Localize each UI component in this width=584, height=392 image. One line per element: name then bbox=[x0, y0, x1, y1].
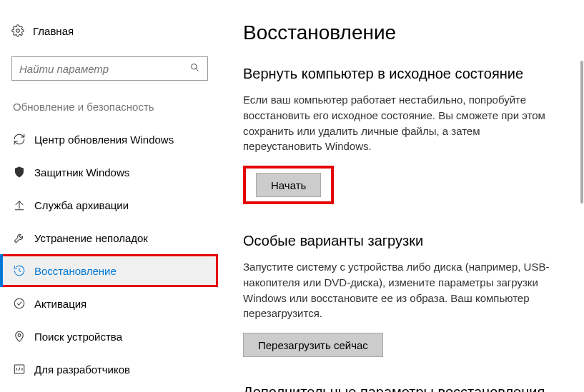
search-box[interactable] bbox=[11, 56, 208, 81]
sidebar-item-label: Служба архивации bbox=[34, 199, 129, 211]
upload-icon bbox=[13, 198, 34, 211]
reset-button[interactable]: Начать bbox=[256, 173, 321, 197]
code-icon bbox=[13, 363, 34, 376]
advanced-startup-text: Запустите систему с устройства либо диск… bbox=[243, 259, 559, 321]
reset-button-highlight: Начать bbox=[243, 166, 334, 204]
advanced-startup-heading: Особые варианты загрузки bbox=[243, 233, 559, 249]
history-icon bbox=[13, 264, 34, 277]
more-recovery-heading: Дополнительные параметры восстановления bbox=[243, 384, 559, 392]
sidebar-home[interactable]: Главная bbox=[11, 18, 218, 44]
sidebar-item-label: Для разработчиков bbox=[34, 363, 130, 376]
sidebar-item-label: Защитник Windows bbox=[34, 166, 129, 179]
sidebar: Главная Обновление и безопасность Центр … bbox=[0, 0, 218, 392]
sidebar-item-find-device[interactable]: Поиск устройства bbox=[0, 320, 218, 353]
wrench-icon bbox=[13, 231, 34, 244]
svg-point-5 bbox=[18, 334, 21, 337]
nav-list: Центр обновления Windows Защитник Window… bbox=[0, 123, 218, 386]
sidebar-item-recovery[interactable]: Восстановление bbox=[0, 254, 218, 287]
svg-point-4 bbox=[14, 298, 24, 308]
sidebar-item-troubleshoot[interactable]: Устранение неполадок bbox=[0, 221, 218, 254]
svg-line-2 bbox=[196, 69, 198, 71]
search-input[interactable] bbox=[19, 63, 189, 75]
shield-icon bbox=[13, 166, 34, 179]
sidebar-item-label: Активация bbox=[34, 298, 86, 310]
svg-point-1 bbox=[192, 64, 197, 69]
check-circle-icon bbox=[13, 297, 34, 310]
sidebar-item-defender[interactable]: Защитник Windows bbox=[0, 156, 218, 189]
main-content: Восстановление Вернуть компьютер в исход… bbox=[218, 0, 584, 392]
sidebar-section-title: Обновление и безопасность bbox=[13, 101, 218, 113]
sidebar-item-label: Центр обновления Windows bbox=[34, 134, 174, 146]
svg-point-0 bbox=[16, 29, 20, 33]
sidebar-item-developers[interactable]: Для разработчиков bbox=[0, 353, 218, 386]
restart-now-button[interactable]: Перезагрузить сейчас bbox=[243, 333, 383, 357]
search-icon bbox=[189, 62, 200, 76]
sidebar-home-label: Главная bbox=[33, 25, 74, 37]
sidebar-item-label: Устранение неполадок bbox=[34, 232, 148, 244]
location-search-icon bbox=[13, 330, 34, 343]
reset-text: Если ваш компьютер работает нестабильно,… bbox=[243, 92, 559, 154]
scrollbar[interactable] bbox=[580, 61, 583, 203]
svg-line-7 bbox=[19, 368, 20, 371]
sidebar-item-label: Поиск устройства bbox=[34, 331, 122, 343]
gear-icon bbox=[11, 24, 33, 37]
sync-icon bbox=[13, 133, 34, 146]
page-title: Восстановление bbox=[243, 21, 559, 44]
sidebar-item-label: Восстановление bbox=[34, 265, 117, 277]
sidebar-item-backup[interactable]: Служба архивации bbox=[0, 189, 218, 221]
sidebar-item-activation[interactable]: Активация bbox=[0, 287, 218, 320]
reset-heading: Вернуть компьютер в исходное состояние bbox=[243, 66, 559, 82]
sidebar-item-windows-update[interactable]: Центр обновления Windows bbox=[0, 123, 218, 156]
